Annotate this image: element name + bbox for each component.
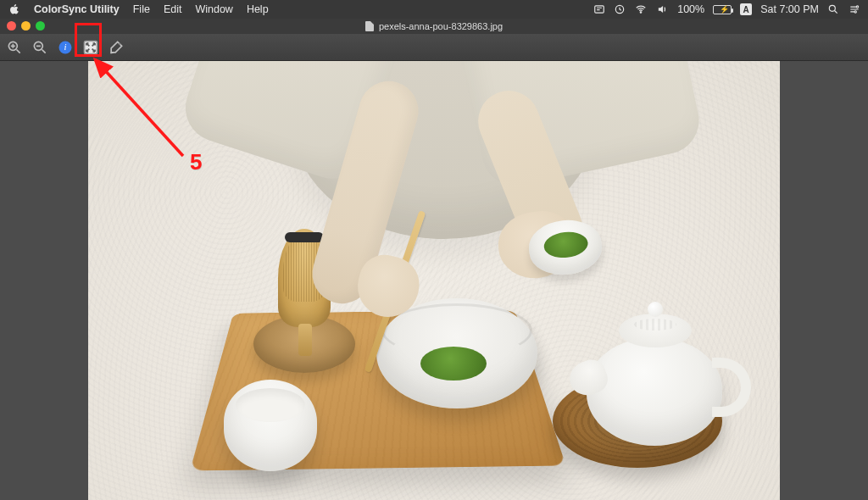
window-traffic-lights: [7, 21, 45, 31]
window-close-button[interactable]: [7, 21, 16, 31]
svg-point-4: [856, 6, 858, 8]
window-minimize-button[interactable]: [21, 21, 31, 31]
image-correction-button[interactable]: [105, 37, 127, 58]
battery-percent: 100%: [677, 3, 704, 15]
info-button[interactable]: i: [54, 37, 76, 58]
menubar-status-area: 100% ⚡ A Sat 7:00 PM: [593, 3, 861, 15]
zoom-out-button[interactable]: [29, 37, 51, 58]
menubar-clock[interactable]: Sat 7:00 PM: [760, 3, 819, 15]
menu-edit[interactable]: Edit: [164, 3, 182, 15]
document-proxy-icon[interactable]: [365, 21, 374, 31]
input-source-indicator[interactable]: A: [740, 3, 752, 15]
svg-point-5: [854, 11, 856, 13]
timemachine-menu-icon[interactable]: [614, 3, 626, 15]
zoom-in-button[interactable]: [3, 37, 25, 58]
menubar: ColorSync Utility File Edit Window Help …: [0, 0, 868, 19]
window-title: pexels-anna-pou-8329863.jpg: [379, 21, 503, 31]
textinput-menu-icon[interactable]: [593, 3, 605, 15]
svg-text:i: i: [64, 42, 66, 52]
menu-window[interactable]: Window: [195, 3, 232, 15]
svg-rect-10: [85, 41, 97, 53]
app-name[interactable]: ColorSync Utility: [34, 3, 120, 15]
window-titlebar: pexels-anna-pou-8329863.jpg: [0, 19, 868, 34]
menu-file[interactable]: File: [133, 3, 150, 15]
window-zoom-button[interactable]: [36, 21, 45, 31]
spotlight-menu-icon[interactable]: [827, 3, 839, 15]
svg-point-2: [640, 12, 642, 14]
menu-help[interactable]: Help: [247, 3, 269, 15]
toolbar: i: [0, 34, 868, 61]
wifi-menu-icon[interactable]: [634, 3, 648, 15]
svg-point-3: [829, 5, 835, 11]
displayed-image: [88, 61, 780, 500]
control-center-menu-icon[interactable]: [848, 3, 861, 15]
battery-menu-icon[interactable]: ⚡: [713, 5, 732, 14]
image-viewer[interactable]: [0, 61, 868, 500]
zoom-to-fit-button[interactable]: [80, 37, 102, 58]
apple-menu-icon[interactable]: [8, 3, 20, 15]
volume-menu-icon[interactable]: [656, 3, 669, 15]
